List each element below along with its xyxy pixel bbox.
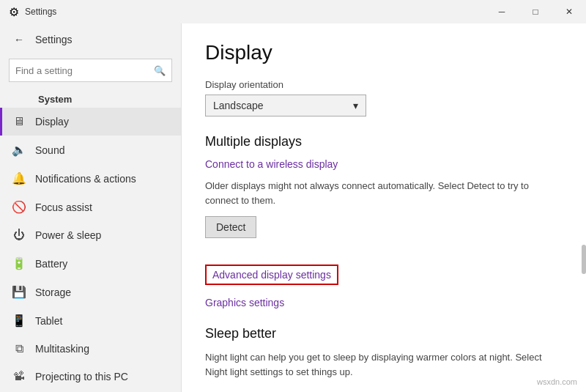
detect-button[interactable]: Detect <box>205 216 256 238</box>
wireless-display-link[interactable]: Connect to a wireless display <box>205 158 563 170</box>
sidebar-item-tablet-label: Tablet <box>35 315 62 327</box>
sidebar-item-power[interactable]: ⏻ Power & sleep <box>0 221 181 249</box>
focus-icon: 🚫 <box>12 200 26 214</box>
sidebar-nav-top: ← Settings <box>0 23 181 56</box>
search-input[interactable] <box>15 65 154 76</box>
sound-icon: 🔈 <box>12 143 26 157</box>
tablet-icon: 📱 <box>12 314 26 328</box>
sidebar-app-title: Settings <box>35 34 73 45</box>
sidebar-item-multitasking[interactable]: ⧉ Multitasking <box>0 335 181 363</box>
advanced-display-link[interactable]: Advanced display settings <box>205 265 338 285</box>
search-icon: 🔍 <box>154 65 166 76</box>
sleep-heading: Sleep better <box>205 326 563 341</box>
sleep-text: Night light can help you get to sleep by… <box>205 350 557 379</box>
sidebar-item-battery[interactable]: 🔋 Battery <box>0 249 181 278</box>
back-button[interactable]: ← <box>9 29 29 50</box>
sidebar-item-projecting-label: Projecting to this PC <box>35 371 128 382</box>
sidebar-item-power-label: Power & sleep <box>35 229 101 241</box>
app-body: ← Settings 🔍 System 🖥 Display 🔈 Sound 🔔 … <box>0 23 586 392</box>
app-icon: ⚙ <box>9 5 19 19</box>
back-icon: ← <box>14 34 24 45</box>
sidebar-section-label: System <box>0 88 181 108</box>
orientation-label: Display orientation <box>205 79 563 90</box>
graphics-settings-link[interactable]: Graphics settings <box>205 297 563 308</box>
watermark: wsxdn.com <box>537 377 577 386</box>
older-displays-text: Older displays might not always connect … <box>205 179 557 207</box>
scroll-indicator[interactable] <box>582 245 586 274</box>
dropdown-chevron-icon: ▾ <box>353 100 358 111</box>
page-title: Display <box>205 41 563 64</box>
storage-icon: 💾 <box>12 285 26 299</box>
sidebar-item-focus-label: Focus assist <box>35 201 92 213</box>
sidebar: ← Settings 🔍 System 🖥 Display 🔈 Sound 🔔 … <box>0 23 182 392</box>
multiple-displays-section: Multiple displays Connect to a wireless … <box>205 134 563 253</box>
sleep-section: Sleep better Night light can help you ge… <box>205 326 563 379</box>
projecting-icon: 📽 <box>12 370 26 383</box>
notifications-icon: 🔔 <box>12 171 26 185</box>
sidebar-item-notifications[interactable]: 🔔 Notifications & actions <box>0 164 181 193</box>
maximize-button[interactable]: □ <box>519 0 552 23</box>
sidebar-item-tablet[interactable]: 📱 Tablet <box>0 306 181 335</box>
close-button[interactable]: ✕ <box>552 0 586 23</box>
title-bar-title: Settings <box>25 7 56 17</box>
power-icon: ⏻ <box>12 229 26 242</box>
sidebar-item-display-label: Display <box>35 116 69 127</box>
display-icon: 🖥 <box>12 115 26 128</box>
minimize-button[interactable]: ─ <box>485 0 519 23</box>
multitasking-icon: ⧉ <box>12 342 26 355</box>
main-content: Display Display orientation Landscape ▾ … <box>182 23 586 392</box>
sidebar-item-storage[interactable]: 💾 Storage <box>0 278 181 306</box>
battery-icon: 🔋 <box>12 256 26 270</box>
orientation-dropdown[interactable]: Landscape ▾ <box>205 95 366 117</box>
sidebar-item-storage-label: Storage <box>35 286 71 298</box>
sidebar-item-focus[interactable]: 🚫 Focus assist <box>0 193 181 221</box>
sidebar-item-sound-label: Sound <box>35 144 64 156</box>
multiple-displays-heading: Multiple displays <box>205 134 563 149</box>
sidebar-item-projecting[interactable]: 📽 Projecting to this PC <box>0 363 181 391</box>
orientation-value: Landscape <box>213 100 264 111</box>
sidebar-item-battery-label: Battery <box>35 258 67 270</box>
sidebar-item-multitasking-label: Multitasking <box>35 343 89 355</box>
sidebar-item-display[interactable]: 🖥 Display <box>0 108 181 136</box>
title-bar: ⚙ Settings ─ □ ✕ <box>0 0 586 23</box>
sidebar-item-notifications-label: Notifications & actions <box>35 173 136 185</box>
title-bar-controls: ─ □ ✕ <box>485 0 586 23</box>
search-box[interactable]: 🔍 <box>9 59 172 82</box>
sidebar-item-sound[interactable]: 🔈 Sound <box>0 136 181 164</box>
